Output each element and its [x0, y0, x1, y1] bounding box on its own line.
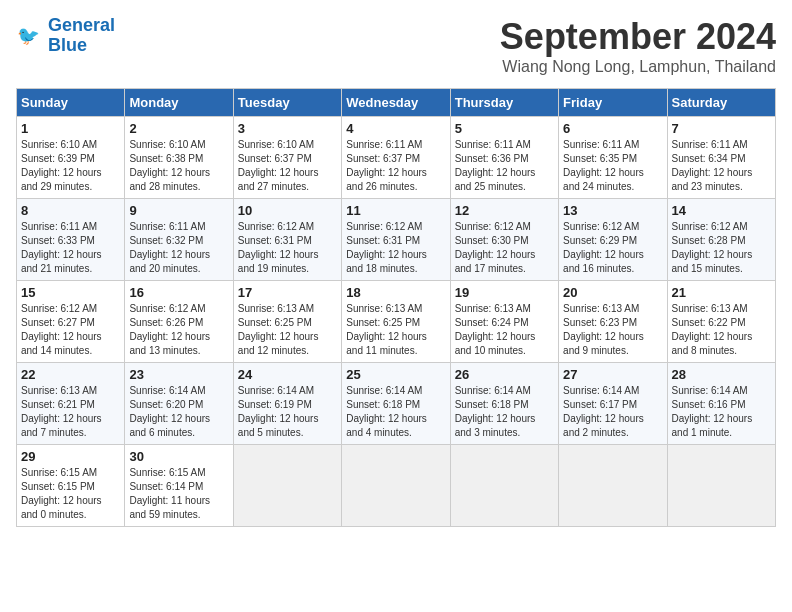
day-number: 29	[21, 449, 120, 464]
calendar-cell: 3Sunrise: 6:10 AMSunset: 6:37 PMDaylight…	[233, 117, 341, 199]
day-number: 4	[346, 121, 445, 136]
calendar-cell: 29Sunrise: 6:15 AMSunset: 6:15 PMDayligh…	[17, 445, 125, 527]
day-number: 8	[21, 203, 120, 218]
day-info: Sunrise: 6:13 AMSunset: 6:21 PMDaylight:…	[21, 384, 120, 440]
calendar-cell: 18Sunrise: 6:13 AMSunset: 6:25 PMDayligh…	[342, 281, 450, 363]
calendar-week-row: 29Sunrise: 6:15 AMSunset: 6:15 PMDayligh…	[17, 445, 776, 527]
calendar-cell: 23Sunrise: 6:14 AMSunset: 6:20 PMDayligh…	[125, 363, 233, 445]
calendar-cell: 17Sunrise: 6:13 AMSunset: 6:25 PMDayligh…	[233, 281, 341, 363]
day-info: Sunrise: 6:12 AMSunset: 6:28 PMDaylight:…	[672, 220, 771, 276]
calendar-cell: 25Sunrise: 6:14 AMSunset: 6:18 PMDayligh…	[342, 363, 450, 445]
day-info: Sunrise: 6:14 AMSunset: 6:17 PMDaylight:…	[563, 384, 662, 440]
title-block: September 2024 Wiang Nong Long, Lamphun,…	[500, 16, 776, 76]
logo: 🐦 General Blue	[16, 16, 115, 56]
calendar-cell: 19Sunrise: 6:13 AMSunset: 6:24 PMDayligh…	[450, 281, 558, 363]
header-saturday: Saturday	[667, 89, 775, 117]
calendar-cell: 5Sunrise: 6:11 AMSunset: 6:36 PMDaylight…	[450, 117, 558, 199]
calendar-cell	[559, 445, 667, 527]
calendar-cell: 28Sunrise: 6:14 AMSunset: 6:16 PMDayligh…	[667, 363, 775, 445]
day-info: Sunrise: 6:13 AMSunset: 6:22 PMDaylight:…	[672, 302, 771, 358]
calendar-cell: 2Sunrise: 6:10 AMSunset: 6:38 PMDaylight…	[125, 117, 233, 199]
calendar-cell: 12Sunrise: 6:12 AMSunset: 6:30 PMDayligh…	[450, 199, 558, 281]
day-number: 14	[672, 203, 771, 218]
calendar-cell: 26Sunrise: 6:14 AMSunset: 6:18 PMDayligh…	[450, 363, 558, 445]
day-info: Sunrise: 6:10 AMSunset: 6:38 PMDaylight:…	[129, 138, 228, 194]
calendar-cell: 13Sunrise: 6:12 AMSunset: 6:29 PMDayligh…	[559, 199, 667, 281]
calendar-week-row: 15Sunrise: 6:12 AMSunset: 6:27 PMDayligh…	[17, 281, 776, 363]
day-number: 1	[21, 121, 120, 136]
calendar-week-row: 1Sunrise: 6:10 AMSunset: 6:39 PMDaylight…	[17, 117, 776, 199]
day-info: Sunrise: 6:13 AMSunset: 6:23 PMDaylight:…	[563, 302, 662, 358]
calendar-cell	[342, 445, 450, 527]
logo-bird-icon: 🐦	[16, 22, 44, 50]
calendar-title: September 2024	[500, 16, 776, 58]
calendar-cell: 21Sunrise: 6:13 AMSunset: 6:22 PMDayligh…	[667, 281, 775, 363]
day-number: 21	[672, 285, 771, 300]
day-number: 23	[129, 367, 228, 382]
day-number: 15	[21, 285, 120, 300]
calendar-cell: 1Sunrise: 6:10 AMSunset: 6:39 PMDaylight…	[17, 117, 125, 199]
calendar-week-row: 8Sunrise: 6:11 AMSunset: 6:33 PMDaylight…	[17, 199, 776, 281]
calendar-cell: 24Sunrise: 6:14 AMSunset: 6:19 PMDayligh…	[233, 363, 341, 445]
header-sunday: Sunday	[17, 89, 125, 117]
day-number: 11	[346, 203, 445, 218]
day-info: Sunrise: 6:12 AMSunset: 6:29 PMDaylight:…	[563, 220, 662, 276]
day-number: 22	[21, 367, 120, 382]
day-info: Sunrise: 6:12 AMSunset: 6:31 PMDaylight:…	[238, 220, 337, 276]
day-info: Sunrise: 6:13 AMSunset: 6:25 PMDaylight:…	[238, 302, 337, 358]
day-info: Sunrise: 6:11 AMSunset: 6:37 PMDaylight:…	[346, 138, 445, 194]
day-number: 18	[346, 285, 445, 300]
calendar-subtitle: Wiang Nong Long, Lamphun, Thailand	[500, 58, 776, 76]
day-number: 3	[238, 121, 337, 136]
day-info: Sunrise: 6:11 AMSunset: 6:36 PMDaylight:…	[455, 138, 554, 194]
calendar-cell: 27Sunrise: 6:14 AMSunset: 6:17 PMDayligh…	[559, 363, 667, 445]
header-friday: Friday	[559, 89, 667, 117]
day-number: 5	[455, 121, 554, 136]
day-info: Sunrise: 6:14 AMSunset: 6:18 PMDaylight:…	[455, 384, 554, 440]
page-header: 🐦 General Blue September 2024 Wiang Nong…	[16, 16, 776, 76]
day-number: 24	[238, 367, 337, 382]
day-info: Sunrise: 6:11 AMSunset: 6:34 PMDaylight:…	[672, 138, 771, 194]
day-number: 10	[238, 203, 337, 218]
day-info: Sunrise: 6:15 AMSunset: 6:14 PMDaylight:…	[129, 466, 228, 522]
day-info: Sunrise: 6:14 AMSunset: 6:16 PMDaylight:…	[672, 384, 771, 440]
day-info: Sunrise: 6:12 AMSunset: 6:31 PMDaylight:…	[346, 220, 445, 276]
day-number: 7	[672, 121, 771, 136]
calendar-table: Sunday Monday Tuesday Wednesday Thursday…	[16, 88, 776, 527]
day-number: 26	[455, 367, 554, 382]
day-info: Sunrise: 6:13 AMSunset: 6:24 PMDaylight:…	[455, 302, 554, 358]
calendar-cell: 7Sunrise: 6:11 AMSunset: 6:34 PMDaylight…	[667, 117, 775, 199]
day-number: 17	[238, 285, 337, 300]
weekday-header-row: Sunday Monday Tuesday Wednesday Thursday…	[17, 89, 776, 117]
day-info: Sunrise: 6:13 AMSunset: 6:25 PMDaylight:…	[346, 302, 445, 358]
calendar-cell: 9Sunrise: 6:11 AMSunset: 6:32 PMDaylight…	[125, 199, 233, 281]
header-tuesday: Tuesday	[233, 89, 341, 117]
svg-text:🐦: 🐦	[17, 24, 40, 46]
day-number: 25	[346, 367, 445, 382]
day-number: 16	[129, 285, 228, 300]
calendar-cell: 16Sunrise: 6:12 AMSunset: 6:26 PMDayligh…	[125, 281, 233, 363]
day-info: Sunrise: 6:11 AMSunset: 6:33 PMDaylight:…	[21, 220, 120, 276]
calendar-cell: 8Sunrise: 6:11 AMSunset: 6:33 PMDaylight…	[17, 199, 125, 281]
header-monday: Monday	[125, 89, 233, 117]
logo-text: General Blue	[48, 16, 115, 56]
day-number: 12	[455, 203, 554, 218]
header-wednesday: Wednesday	[342, 89, 450, 117]
calendar-cell	[450, 445, 558, 527]
header-thursday: Thursday	[450, 89, 558, 117]
calendar-cell: 30Sunrise: 6:15 AMSunset: 6:14 PMDayligh…	[125, 445, 233, 527]
calendar-cell: 11Sunrise: 6:12 AMSunset: 6:31 PMDayligh…	[342, 199, 450, 281]
day-number: 27	[563, 367, 662, 382]
day-info: Sunrise: 6:10 AMSunset: 6:37 PMDaylight:…	[238, 138, 337, 194]
day-number: 6	[563, 121, 662, 136]
calendar-cell: 22Sunrise: 6:13 AMSunset: 6:21 PMDayligh…	[17, 363, 125, 445]
calendar-cell	[233, 445, 341, 527]
day-info: Sunrise: 6:11 AMSunset: 6:35 PMDaylight:…	[563, 138, 662, 194]
calendar-cell: 6Sunrise: 6:11 AMSunset: 6:35 PMDaylight…	[559, 117, 667, 199]
day-number: 9	[129, 203, 228, 218]
day-number: 30	[129, 449, 228, 464]
day-number: 20	[563, 285, 662, 300]
day-info: Sunrise: 6:10 AMSunset: 6:39 PMDaylight:…	[21, 138, 120, 194]
day-number: 28	[672, 367, 771, 382]
calendar-cell: 20Sunrise: 6:13 AMSunset: 6:23 PMDayligh…	[559, 281, 667, 363]
